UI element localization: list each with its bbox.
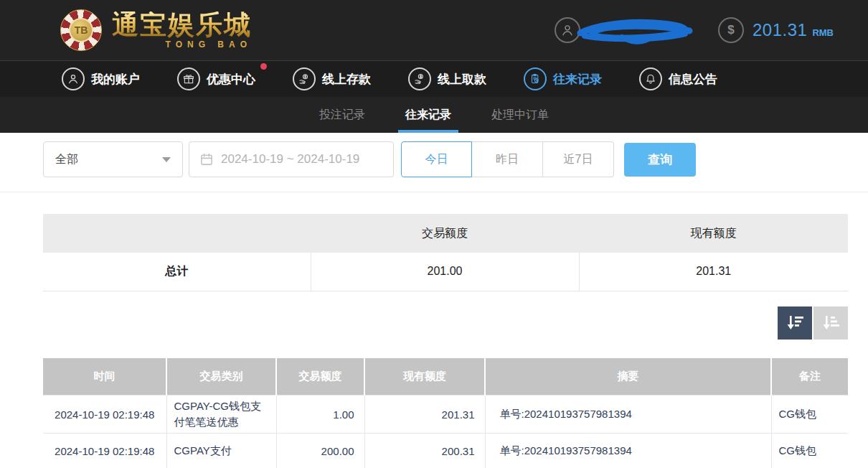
- chip-monogram: TB: [69, 18, 93, 42]
- date-range-input[interactable]: 2024-10-19 ~ 2024-10-19: [189, 141, 394, 177]
- col-header-remark: 备注: [771, 358, 848, 396]
- summary-header-empty: [43, 214, 311, 253]
- records-table: 时间 交易类别 交易额度 现有额度 摘要 备注 2024-10-19 02:19…: [43, 358, 848, 468]
- dollar-icon: $: [718, 17, 744, 43]
- tab-label: 处理中订单: [491, 108, 549, 123]
- col-header-summary: 摘要: [485, 358, 771, 396]
- logo-text: 通宝娱乐城 TONG BAO: [112, 11, 252, 50]
- range-last7days-button[interactable]: 近7日: [543, 141, 614, 177]
- summary-header-transaction-amount: 交易额度: [311, 214, 579, 253]
- range-today-button[interactable]: 今日: [401, 141, 472, 177]
- cell-balance: 201.31: [364, 396, 485, 434]
- record-tabs: 投注记录 往来记录 处理中订单: [0, 97, 868, 133]
- account-menu[interactable]: [555, 14, 697, 46]
- cell-summary: 单号:202410193757981394: [485, 434, 771, 468]
- cell-amount: 200.00: [276, 434, 364, 468]
- sort-descending-button[interactable]: [778, 306, 812, 340]
- nav-withdraw[interactable]: 线上取款: [408, 67, 486, 90]
- tab-pending-orders[interactable]: 处理中订单: [487, 97, 553, 133]
- nav-label: 线上存款: [322, 71, 371, 88]
- type-select[interactable]: 全部: [43, 141, 183, 177]
- summary-total-label: 总计: [43, 253, 311, 291]
- notification-dot: [260, 63, 267, 70]
- cell-type: CGPAY-CG钱包支付笔笔送优惠: [166, 396, 276, 434]
- col-header-amount: 交易额度: [276, 358, 364, 396]
- col-header-type: 交易类别: [166, 358, 276, 396]
- user-area: $ 201.31 RMB: [555, 14, 834, 46]
- cell-remark: CG钱包: [771, 434, 848, 468]
- sort-descending-icon: [786, 314, 805, 331]
- tab-transaction-records[interactable]: 往来记录: [401, 97, 456, 133]
- wallet-balance: $ 201.31 RMB: [718, 17, 834, 43]
- nav-label: 信息公告: [669, 71, 717, 88]
- col-header-balance: 现有额度: [364, 358, 485, 396]
- account-icon: [62, 67, 85, 90]
- nav-announcements[interactable]: 信息公告: [639, 67, 717, 90]
- cell-type: CGPAY支付: [166, 434, 276, 468]
- tab-label: 投注记录: [319, 108, 365, 123]
- sort-ascending-button[interactable]: [813, 306, 848, 340]
- summary-header-current-amount: 现有额度: [579, 214, 848, 253]
- nav-transaction-records[interactable]: 往来记录: [524, 67, 602, 90]
- logo-subtitle: TONG BAO: [112, 39, 252, 50]
- cell-time: 2024-10-19 02:19:48: [43, 434, 166, 468]
- logo-title: 通宝娱乐城: [112, 11, 252, 38]
- table-row: 2024-10-19 02:19:48 CGPAY支付 200.00 200.3…: [43, 434, 848, 468]
- nav-label: 往来记录: [553, 71, 602, 88]
- nav-promotions[interactable]: 优惠中心: [177, 67, 255, 90]
- sort-ascending-icon: [821, 314, 841, 331]
- summary-transaction-amount: 201.00: [311, 253, 579, 291]
- gift-icon: [177, 67, 200, 90]
- deposit-icon: [293, 67, 316, 90]
- summary-table: 交易额度 现有额度 总计 201.00 201.31: [43, 214, 848, 291]
- site-logo[interactable]: TB 通宝娱乐城 TONG BAO: [60, 9, 252, 51]
- redacted-username-scribble: [576, 14, 697, 46]
- quick-range-group: 今日 昨日 近7日: [401, 141, 614, 177]
- withdraw-icon: [408, 67, 431, 90]
- nav-deposit[interactable]: 线上存款: [293, 67, 371, 90]
- query-button[interactable]: 查询: [624, 143, 696, 177]
- nav-label: 线上取款: [438, 71, 486, 88]
- col-header-time: 时间: [43, 358, 166, 396]
- sort-controls: [43, 306, 848, 340]
- range-yesterday-button[interactable]: 昨日: [472, 141, 543, 177]
- casino-chip-icon: TB: [60, 9, 102, 51]
- bell-icon: [639, 67, 662, 90]
- cell-remark: CG钱包: [771, 396, 848, 434]
- nav-my-account[interactable]: 我的账户: [62, 67, 140, 90]
- chevron-down-icon: [162, 157, 171, 162]
- tab-betting-records[interactable]: 投注记录: [315, 97, 369, 133]
- table-row: 2024-10-19 02:19:48 CGPAY-CG钱包支付笔笔送优惠 1.…: [43, 396, 848, 434]
- nav-label: 优惠中心: [207, 71, 255, 88]
- date-range-value: 2024-10-19 ~ 2024-10-19: [221, 152, 359, 167]
- calendar-icon: [199, 152, 214, 167]
- type-select-value: 全部: [55, 152, 78, 167]
- main-nav: 我的账户 优惠中心 线上存款 线上取款: [0, 60, 868, 97]
- summary-current-amount: 201.31: [579, 253, 848, 291]
- nav-label: 我的账户: [91, 71, 140, 88]
- records-icon: [524, 67, 547, 90]
- balance-currency: RMB: [812, 27, 834, 38]
- cell-amount: 1.00: [276, 396, 364, 434]
- balance-amount: 201.31: [753, 20, 807, 40]
- filter-section: 全部 2024-10-19 ~ 2024-10-19 今日 昨日 近7日 查询: [0, 133, 868, 192]
- cell-time: 2024-10-19 02:19:48: [43, 396, 166, 434]
- cell-balance: 200.31: [364, 434, 485, 468]
- tab-label: 往来记录: [405, 108, 451, 123]
- summary-row: 总计 201.00 201.31: [43, 253, 848, 291]
- top-header: TB 通宝娱乐城 TONG BAO $ 201.31: [0, 0, 868, 60]
- cell-summary: 单号:202410193757981394: [485, 396, 771, 434]
